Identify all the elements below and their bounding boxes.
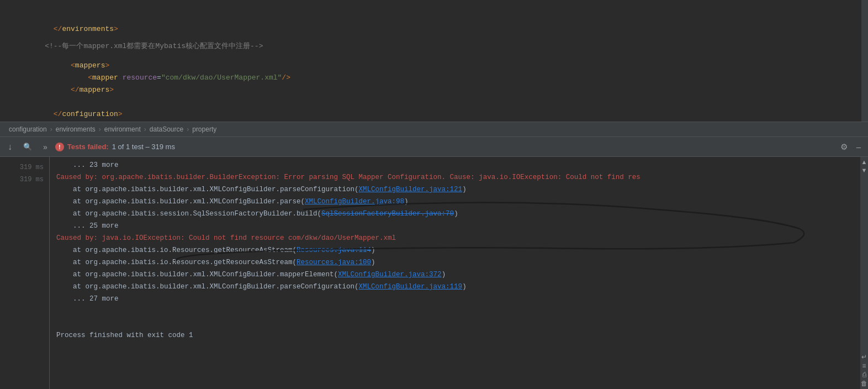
scroll-down-button[interactable]: ↓ xyxy=(4,141,15,153)
console-line: at org.apache.ibatis.builder.xml.XMLConf… xyxy=(52,196,860,208)
editor-area: </environments> <!--每一个mapper.xml都需要在Myb… xyxy=(0,0,868,122)
console-line-error: Caused by: org.apache.ibatis.builder.Bui… xyxy=(52,171,860,183)
code-line: <mapper resource="com/dkw/dao/UserMapper… xyxy=(0,65,868,77)
console-line: at org.apache.ibatis.builder.xml.XMLConf… xyxy=(52,281,860,293)
test-count: 1 of 1 test – 319 ms xyxy=(112,143,175,151)
search-icon: 🔍 xyxy=(23,143,32,151)
breadcrumb-item-environments[interactable]: environments xyxy=(56,125,96,133)
settings-button[interactable]: ⚙ xyxy=(838,140,850,154)
scroll-up-btn[interactable]: ▲ xyxy=(861,159,867,165)
down-arrow-icon: ↓ xyxy=(8,142,12,152)
scroll-down-btn[interactable]: ▼ xyxy=(861,167,867,174)
console-line: ... 25 more xyxy=(52,220,860,232)
test-label: Tests failed: xyxy=(67,143,109,151)
clear-btn[interactable]: 🗑 xyxy=(861,380,867,387)
console-line: ... 27 more xyxy=(52,293,860,305)
time-entry-2: 319 ms xyxy=(0,174,49,186)
test-status: ! Tests failed: 1 of 1 test – 319 ms xyxy=(55,143,175,151)
console-sidebar: 319 ms 319 ms xyxy=(0,157,50,389)
console-line: at org.apache.ibatis.builder.xml.XMLConf… xyxy=(52,183,860,196)
code-line: </mappers> xyxy=(0,77,868,90)
print-btn[interactable]: ⎙ xyxy=(862,371,866,378)
console-line: at org.apache.ibatis.builder.xml.XMLConf… xyxy=(52,269,860,281)
double-chevron-icon: » xyxy=(43,143,47,151)
minimize-button[interactable]: – xyxy=(854,140,864,153)
link-resources-114[interactable]: Resources.java:114 xyxy=(297,246,371,254)
code-line xyxy=(0,4,868,17)
console-line: ... 23 more xyxy=(52,159,860,171)
breadcrumb-item-configuration[interactable]: configuration xyxy=(9,125,47,133)
code-line: </environments> xyxy=(0,17,868,29)
expand-button[interactable]: » xyxy=(40,141,51,153)
link-xmlconfigbuilder-372[interactable]: XMLConfigBuilder.java:372 xyxy=(338,271,442,278)
breadcrumb-item-property[interactable]: property xyxy=(192,125,216,133)
minimize-icon: – xyxy=(856,142,861,151)
console-line: at org.apache.ibatis.io.Resources.getRes… xyxy=(52,244,860,256)
console-line xyxy=(52,317,860,329)
console-scrollbar[interactable]: ▲ ▼ ↵ ≡ ⎙ 🗑 xyxy=(860,157,868,389)
link-sqlsessionfactorybuilder-70[interactable]: SqlSessionFactoryBuilder.java:70 xyxy=(321,210,454,218)
code-line: <mappers> xyxy=(0,53,868,65)
console-line xyxy=(52,305,860,317)
search-button[interactable]: 🔍 xyxy=(20,141,35,152)
link-xmlconfigbuilder-119[interactable]: XMLConfigBuilder.java:119 xyxy=(359,283,463,291)
console-main: ... 23 more Caused by: org.apache.ibatis… xyxy=(50,157,860,389)
editor-scrollbar[interactable] xyxy=(861,0,868,122)
link-xmlconfigbuilder-98[interactable]: XMLConfigBuilder.java:98 xyxy=(305,198,404,206)
right-icons: ⚙ – xyxy=(838,140,864,154)
console-line-caused-by: Caused by: java.io.IOException: Could no… xyxy=(52,232,860,244)
console-output: ... 23 more Caused by: org.apache.ibatis… xyxy=(50,157,860,344)
code-line: </configuration> xyxy=(0,102,868,114)
console-line: at org.apache.ibatis.session.SqlSessionF… xyxy=(52,208,860,220)
link-xmlconfigbuilder-121[interactable]: XMLConfigBuilder.java:121 xyxy=(359,186,463,193)
soft-wrap-btn[interactable]: ≡ xyxy=(862,362,866,369)
breadcrumb-item-datasource[interactable]: dataSource xyxy=(150,125,183,133)
test-failed-icon: ! xyxy=(55,143,64,151)
console-line: at org.apache.ibatis.io.Resources.getRes… xyxy=(52,256,860,269)
toolbar-bar: ↓ 🔍 » ! Tests failed: 1 of 1 test – 319 … xyxy=(0,137,868,157)
time-entry-1: 319 ms xyxy=(0,161,49,174)
code-line-comment: <!--每一个mapper.xml都需要在Mybatis核心配置文件中注册--> xyxy=(0,41,868,53)
wrap-btn[interactable]: ↵ xyxy=(861,354,867,360)
settings-icon: ⚙ xyxy=(840,142,848,151)
breadcrumb-item-environment[interactable]: environment xyxy=(104,125,141,133)
link-resources-100[interactable]: Resources.java:100 xyxy=(297,259,371,266)
console-line-process-finished: Process finished with exit code 1 xyxy=(52,329,860,341)
breadcrumb-bar: configuration › environments › environme… xyxy=(0,122,868,137)
console-area: 319 ms 319 ms ... 23 more Caused by: org… xyxy=(0,157,868,389)
